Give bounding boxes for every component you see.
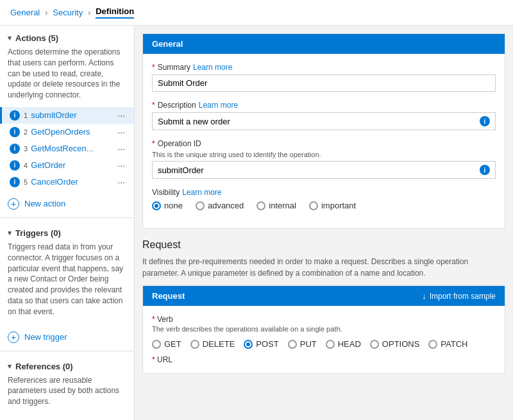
action-item-5[interactable]: i 5 CancelOrder ···: [0, 174, 134, 190]
verb-patch-label: PATCH: [441, 339, 467, 349]
summary-learn-more[interactable]: Learn more: [193, 63, 232, 72]
action-num-4: 4: [24, 162, 28, 169]
verb-get[interactable]: GET: [152, 339, 181, 349]
visibility-learn-more[interactable]: Learn more: [182, 188, 221, 197]
action-num-2: 2: [24, 128, 28, 136]
visibility-none[interactable]: none: [152, 201, 183, 210]
action-more-2[interactable]: ···: [115, 127, 128, 137]
actions-description: Actions determine the operations that us…: [0, 47, 134, 107]
summary-label: * Summary Learn more: [152, 63, 496, 72]
description-input[interactable]: [158, 117, 476, 126]
breadcrumb-general[interactable]: General: [10, 8, 40, 17]
radio-patch-circle: [428, 340, 437, 349]
verb-options[interactable]: OPTIONS: [370, 339, 420, 349]
radio-put-circle: [288, 340, 297, 349]
action-more-5[interactable]: ···: [115, 177, 128, 187]
visibility-important-label: important: [321, 201, 356, 210]
summary-label-text: Summary: [158, 63, 190, 72]
request-panel-header: Request ↓ Import from sample: [143, 286, 505, 306]
url-label: * URL: [152, 355, 496, 364]
radio-internal-circle: [256, 201, 265, 210]
breadcrumb: General › Security › Definition: [0, 0, 513, 26]
action-more-1[interactable]: ···: [115, 110, 128, 121]
action-info-icon-2: i: [10, 127, 20, 137]
visibility-label: Visibility Learn more: [152, 188, 496, 197]
url-label-text: URL: [157, 355, 172, 364]
actions-chevron: ▾: [8, 34, 12, 42]
visibility-group: Visibility Learn more none advanced: [152, 188, 496, 210]
sidebar: ▾ Actions (5) Actions determine the oper…: [0, 26, 135, 420]
import-from-sample-button[interactable]: ↓ Import from sample: [422, 291, 496, 301]
operation-id-hint: This is the unique string used to identi…: [152, 151, 496, 158]
verb-post[interactable]: POST: [244, 339, 278, 349]
action-item-4[interactable]: i 4 GetOrder ···: [0, 157, 134, 174]
action-item-2[interactable]: i 2 GetOpenOrders ···: [0, 124, 134, 140]
request-section: Request It defines the pre-requirements …: [142, 237, 505, 374]
verb-delete[interactable]: DELETE: [190, 339, 235, 349]
verb-head[interactable]: HEAD: [326, 339, 361, 349]
visibility-internal[interactable]: internal: [256, 201, 296, 210]
summary-input[interactable]: [158, 78, 490, 88]
references-chevron: ▾: [8, 362, 12, 371]
breadcrumb-security[interactable]: Security: [53, 8, 83, 17]
action-name-5: CancelOrder: [31, 177, 115, 187]
description-label: * Description Learn more: [152, 101, 496, 110]
description-input-wrapper: i: [152, 112, 496, 130]
main-content: General * Summary Learn more *: [135, 26, 513, 420]
verb-label: * Verb: [152, 315, 496, 324]
action-info-icon-1: i: [10, 110, 20, 121]
request-panel-body: * Verb The verb describes the operations…: [143, 306, 505, 373]
visibility-internal-label: internal: [269, 201, 296, 210]
action-name-2: GetOpenOrders: [31, 127, 115, 137]
visibility-important[interactable]: important: [309, 201, 356, 210]
action-info-icon-5: i: [10, 177, 20, 187]
general-panel: General * Summary Learn more *: [142, 33, 505, 229]
action-info-icon-3: i: [10, 144, 20, 154]
operation-id-input[interactable]: [158, 165, 476, 175]
action-info-icon-4: i: [10, 160, 20, 171]
operation-id-label: * Operation ID: [152, 139, 496, 148]
action-num-5: 5: [24, 178, 28, 186]
radio-important-circle: [309, 201, 318, 210]
operation-id-required-mark: *: [152, 139, 155, 148]
verb-hint: The verb describes the operations availa…: [152, 325, 496, 333]
verb-options: GET DELETE POST PUT: [152, 339, 496, 349]
breadcrumb-definition[interactable]: Definition: [96, 6, 134, 19]
main-layout: ▾ Actions (5) Actions determine the oper…: [0, 26, 513, 420]
summary-required-mark: *: [152, 63, 155, 72]
visibility-options: none advanced internal important: [152, 201, 496, 210]
action-more-3[interactable]: ···: [115, 144, 128, 154]
action-item-3[interactable]: i 3 GetMostRecen... ···: [0, 140, 134, 157]
import-label: Import from sample: [430, 292, 496, 301]
action-item-1[interactable]: i 1 submitOrder ···: [0, 107, 134, 124]
new-action-button[interactable]: + New action: [0, 193, 134, 215]
section-divider-1: [0, 217, 134, 218]
action-name-4: GetOrder: [31, 160, 115, 170]
description-group: * Description Learn more i: [152, 101, 496, 130]
visibility-label-text: Visibility: [152, 188, 180, 197]
visibility-advanced[interactable]: advanced: [196, 201, 244, 210]
request-section-desc: It defines the pre-requirements needed i…: [142, 256, 505, 279]
verb-patch[interactable]: PATCH: [428, 339, 467, 349]
description-learn-more[interactable]: Learn more: [199, 101, 238, 110]
action-more-4[interactable]: ···: [115, 160, 128, 171]
radio-delete-circle: [190, 340, 199, 349]
section-divider-2: [0, 351, 134, 351]
triggers-chevron: ▾: [8, 229, 12, 237]
verb-post-label: POST: [256, 339, 278, 349]
new-trigger-button[interactable]: + New trigger: [0, 326, 134, 348]
general-panel-header: General: [143, 34, 505, 54]
triggers-section-header[interactable]: ▾ Triggers (0): [0, 221, 134, 242]
radio-head-circle: [326, 340, 335, 349]
request-panel-header-label: Request: [152, 291, 185, 301]
verb-head-label: HEAD: [338, 339, 361, 349]
radio-get-circle: [152, 340, 161, 349]
description-required-mark: *: [152, 101, 155, 110]
verb-put[interactable]: PUT: [288, 339, 317, 349]
radio-options-circle: [370, 340, 379, 349]
operation-id-group: * Operation ID This is the unique string…: [152, 139, 496, 179]
new-action-plus-icon: +: [8, 198, 19, 210]
actions-section-header[interactable]: ▾ Actions (5): [0, 26, 134, 47]
references-section-header[interactable]: ▾ References (0): [0, 354, 134, 375]
new-trigger-plus-icon: +: [8, 332, 19, 343]
